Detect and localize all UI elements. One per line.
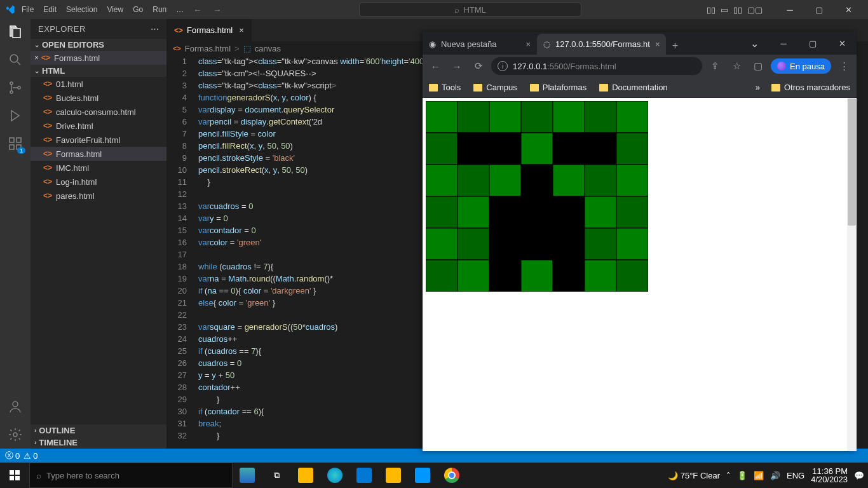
chrome-tab[interactable]: ◉Nueva pestaña× <box>423 34 537 55</box>
svg-rect-13 <box>15 476 20 480</box>
other-bookmarks[interactable]: Otros marcadores <box>771 83 850 92</box>
html-file-icon: <> <box>174 26 183 35</box>
outline-header[interactable]: ›OUTLINE <box>31 424 166 437</box>
sticky-notes-icon[interactable] <box>379 463 408 488</box>
explorer-icon[interactable] <box>8 24 23 39</box>
close-button[interactable]: ✕ <box>827 32 857 55</box>
minimize-button[interactable]: ─ <box>769 32 798 55</box>
svg-rect-10 <box>10 470 14 475</box>
close-icon[interactable]: × <box>526 39 531 49</box>
kebab-menu-icon[interactable]: ⋮ <box>835 57 853 75</box>
file-tree-item[interactable]: <>Bucles.html <box>31 91 166 105</box>
chrome-toolbar: ← → ⟳ i127.0.0.1:5500/Formas.html ⇪ ☆ ▢ … <box>423 55 857 78</box>
bookmarks-overflow-icon[interactable]: » <box>756 83 760 92</box>
file-tree-item[interactable]: <>calculo-consumo.html <box>31 105 166 119</box>
menu-more[interactable]: … <box>176 5 184 14</box>
bookmark-folder[interactable]: Campus <box>473 83 517 92</box>
svg-rect-6 <box>10 145 14 149</box>
more-icon[interactable]: ⋯ <box>151 24 159 34</box>
folder-header[interactable]: ⌄HTML <box>31 65 166 77</box>
file-tree-item[interactable]: <>FavoriteFruit.html <box>31 133 166 147</box>
nav-forward-icon[interactable]: → <box>213 5 221 15</box>
maximize-button[interactable]: ▢ <box>798 32 827 55</box>
timeline-header[interactable]: ›TIMELINE <box>31 437 166 449</box>
weather-widget[interactable]: 🌙 75°F Clear <box>668 471 720 480</box>
news-widget-icon[interactable] <box>233 463 262 488</box>
share-icon[interactable]: ⇪ <box>706 57 724 75</box>
forward-button[interactable]: → <box>448 57 466 75</box>
close-icon[interactable]: × <box>239 25 244 35</box>
close-icon[interactable]: × <box>34 53 39 62</box>
open-editor-item[interactable]: ×<>Formas.html <box>31 51 166 65</box>
file-tree-item[interactable]: <>pares.html <box>31 189 166 203</box>
page-content <box>423 98 857 451</box>
chrome-taskbar-icon[interactable] <box>437 463 466 488</box>
edge-icon[interactable] <box>320 463 349 488</box>
run-debug-icon[interactable] <box>8 108 23 123</box>
extensions-icon[interactable]: 1 <box>8 136 23 151</box>
errors-indicator[interactable]: ⓧ0 <box>5 450 20 461</box>
scrollbar[interactable] <box>847 98 857 451</box>
html-file-icon: <> <box>43 135 52 144</box>
account-icon[interactable] <box>8 399 23 414</box>
bookmark-folder[interactable]: Tools <box>429 83 461 92</box>
menu-run[interactable]: Run <box>153 5 166 14</box>
url-bar[interactable]: i127.0.0.1:5500/Formas.html <box>491 57 702 75</box>
layout-icon[interactable]: ▯▯ <box>733 5 742 15</box>
notifications-icon[interactable]: 💬 <box>854 471 864 480</box>
back-button[interactable]: ← <box>426 57 444 75</box>
side-panel-icon[interactable]: ▢ <box>749 57 767 75</box>
maximize-button[interactable]: ▢ <box>804 0 834 19</box>
taskbar-search[interactable]: ⌕Type here to search <box>29 463 233 488</box>
menu-selection[interactable]: Selection <box>66 5 97 14</box>
profile-avatar-icon <box>777 62 786 71</box>
menu-view[interactable]: View <box>107 5 123 14</box>
start-button[interactable] <box>0 463 29 488</box>
menu-file[interactable]: File <box>22 5 34 14</box>
vscode-icon[interactable] <box>408 463 437 488</box>
file-tree-item[interactable]: <>01.html <box>31 77 166 91</box>
profile-paused-pill[interactable]: En pausa <box>771 58 831 74</box>
bookmark-folder[interactable]: Documentation <box>599 83 667 92</box>
chrome-more-icon[interactable]: ⌄ <box>740 32 769 55</box>
clock[interactable]: 11:36 PM4/20/2023 <box>811 467 848 484</box>
file-explorer-icon[interactable] <box>291 463 320 488</box>
bookmark-star-icon[interactable]: ☆ <box>728 57 745 75</box>
layout-icon[interactable]: ▢▢ <box>747 5 763 15</box>
minimize-button[interactable]: ─ <box>775 0 804 19</box>
layout-icon[interactable]: ▯▯ <box>707 5 715 15</box>
menu-edit[interactable]: Edit <box>43 5 57 14</box>
search-icon[interactable] <box>8 52 23 67</box>
bookmark-folder[interactable]: Plataformas <box>530 83 587 92</box>
menu-go[interactable]: Go <box>133 5 143 14</box>
warnings-indicator[interactable]: ⚠0 <box>24 451 37 461</box>
open-editors-header[interactable]: ⌄OPEN EDITORS <box>31 39 166 51</box>
task-view-icon[interactable]: ⧉ <box>262 463 291 488</box>
close-button[interactable]: ✕ <box>834 0 863 19</box>
search-icon: ⌕ <box>36 471 41 480</box>
scrollbar-thumb[interactable] <box>848 98 856 226</box>
wifi-icon[interactable]: 📶 <box>754 471 764 480</box>
settings-gear-icon[interactable] <box>8 427 23 442</box>
bookmarks-bar: Tools Campus Plataformas Documentation »… <box>423 78 857 98</box>
folder-icon <box>473 84 482 92</box>
file-tree-item[interactable]: <>Formas.html <box>31 147 166 161</box>
file-tree-item[interactable]: <>Log-in.html <box>31 175 166 189</box>
file-tree-item[interactable]: <>Drive.html <box>31 119 166 133</box>
chrome-tab-active[interactable]: ◌127.0.0.1:5500/Formas.ht× <box>537 34 666 55</box>
language-indicator[interactable]: ENG <box>787 471 804 480</box>
mail-icon[interactable] <box>349 463 379 488</box>
new-tab-button[interactable]: + <box>666 37 684 55</box>
file-tree-item[interactable]: <>IMC.html <box>31 161 166 175</box>
reload-button[interactable]: ⟳ <box>470 57 487 75</box>
close-icon[interactable]: × <box>655 39 660 49</box>
site-info-icon[interactable]: i <box>498 61 508 71</box>
nav-back-icon[interactable]: ← <box>193 5 201 15</box>
layout-icon[interactable]: ▭ <box>721 5 728 15</box>
source-control-icon[interactable] <box>8 80 23 95</box>
tray-chevron-icon[interactable]: ˄ <box>726 471 731 480</box>
volume-icon[interactable]: 🔊 <box>770 471 780 480</box>
battery-icon[interactable]: 🔋 <box>737 471 747 480</box>
editor-tab[interactable]: <>Formas.html× <box>166 19 252 41</box>
command-center-search[interactable]: ⌕HTML <box>359 3 581 17</box>
